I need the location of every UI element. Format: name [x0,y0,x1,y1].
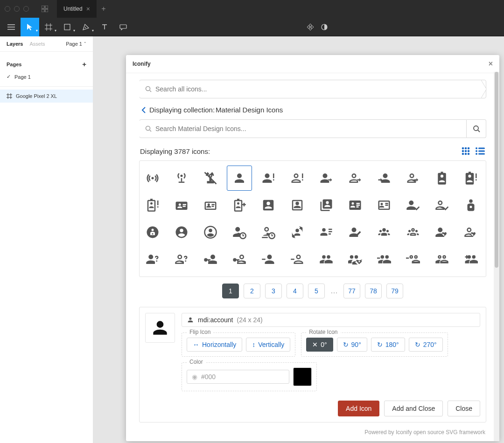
page-button-79[interactable]: 79 [386,284,403,298]
search-collection-input[interactable] [155,125,461,132]
account-multiple-minus-outline-icon[interactable] [400,247,426,272]
add-icon-button[interactable]: Add Icon [338,401,379,416]
account-question-icon[interactable] [140,247,165,272]
account-check-outline-icon[interactable] [429,193,455,218]
account-key-icon[interactable] [198,247,223,272]
account-check-icon[interactable] [400,193,426,218]
access-point-network-off-icon[interactable] [198,166,223,191]
account-heart-outline-icon[interactable] [458,220,483,245]
flip-horizontal-button[interactable]: ↔ Horizontally [187,338,242,352]
account-card-details-outline-icon[interactable] [371,193,397,218]
account-badge-plus-icon[interactable] [227,193,252,218]
account-arrow-left-outline-icon[interactable] [343,166,368,191]
minimize-window-icon[interactable] [14,6,20,12]
frame-tool-button[interactable]: ▾ [39,18,58,36]
layer-row-frame[interactable]: Google Pixel 2 XL [0,90,93,103]
color-swatch[interactable] [293,367,312,386]
tab-assets[interactable]: Assets [29,41,45,47]
page-row[interactable]: ✓ Page 1 [0,71,93,83]
grid-view-icon[interactable] [461,146,470,156]
account-multiple-minus-icon[interactable] [371,247,397,272]
page-button-1[interactable]: 1 [222,284,239,298]
canvas-area[interactable]: Iconify × Displaying collection: Materia… [93,36,504,443]
account-group-icon[interactable] [371,220,397,245]
page-button-4[interactable]: 4 [287,284,303,298]
account-box-multiple-icon[interactable] [314,193,339,218]
account-key-outline-icon[interactable] [227,247,252,272]
account-details-icon[interactable] [314,220,339,245]
color-input[interactable]: ◉ #000 [187,370,289,384]
account-minus-icon[interactable] [256,247,281,272]
search-button[interactable] [467,119,486,138]
account-question-outline-icon[interactable] [169,247,194,272]
search-collection[interactable] [139,119,467,138]
account-circle-outline-icon[interactable] [198,220,223,245]
page-button-77[interactable]: 77 [343,284,360,298]
account-card-details-icon[interactable] [343,193,368,218]
page-selector[interactable]: Page 1 ˄ [66,41,86,47]
menu-button[interactable] [2,18,21,36]
account-arrow-right-icon[interactable] [371,166,397,191]
modal-scrollbar[interactable] [494,72,499,441]
account-box-icon[interactable] [256,193,281,218]
account-heart-icon[interactable] [429,220,455,245]
access-point-network-icon[interactable] [169,166,194,191]
page-button-3[interactable]: 3 [265,284,282,298]
account-alert-outline-icon[interactable] [285,166,310,191]
search-all-icons[interactable] [139,80,486,98]
text-tool-button[interactable] [95,18,114,36]
add-and-close-button[interactable]: Add and Close [384,401,443,416]
account-multiple-check-icon[interactable] [343,247,368,272]
account-multiple-plus-icon[interactable] [458,247,483,272]
account-badge-alert-icon[interactable] [458,166,483,191]
tab-layers[interactable]: Layers [7,41,23,47]
account-badge-horizontal-icon[interactable] [169,193,194,218]
account-badge-horizontal-outline-icon[interactable] [198,193,223,218]
search-all-input[interactable] [155,85,480,93]
pen-tool-button[interactable]: ▾ [77,18,95,36]
account-arrow-right-outline-icon[interactable] [400,166,426,191]
account-minus-outline-icon[interactable] [285,247,310,272]
plugin-icon[interactable] [307,23,314,31]
add-page-icon[interactable]: + [82,60,86,68]
close-window-icon[interactable] [5,6,10,12]
flip-vertical-button[interactable]: ↕ Vertically [246,338,290,352]
new-tab-button[interactable]: + [97,5,111,13]
page-button-78[interactable]: 78 [365,284,382,298]
rotate-0-button[interactable]: ✕ 0° [306,338,333,352]
rotate-90-button[interactable]: ↻ 90° [337,338,367,352]
close-tab-icon[interactable]: × [86,5,90,13]
app-grid-icon[interactable] [38,2,51,15]
maximize-window-icon[interactable] [23,6,29,12]
back-icon[interactable] [141,107,147,113]
account-multiple-icon[interactable] [314,247,339,272]
shape-tool-button[interactable]: ▾ [58,18,77,36]
page-button-2[interactable]: 2 [244,284,260,298]
account-edit-icon[interactable] [343,220,368,245]
rotate-180-button[interactable]: ↻ 180° [371,338,405,352]
account-box-outline-icon[interactable] [285,193,310,218]
account-multiple-outline-icon[interactable] [429,247,455,272]
list-view-icon[interactable] [475,146,485,156]
account-child-circle-icon[interactable] [140,220,165,245]
account-alert-icon[interactable] [256,166,281,191]
account-convert-icon[interactable] [285,220,310,245]
account-clock-icon[interactable] [227,220,252,245]
account-badge-outline-icon[interactable] [140,193,165,218]
account-icon[interactable] [227,166,252,191]
page-button-5[interactable]: 5 [308,284,325,298]
scrollbar-thumb[interactable] [495,72,498,268]
account-arrow-left-icon[interactable] [314,166,339,191]
document-tab[interactable]: Untitled × [57,0,97,18]
comment-tool-button[interactable] [114,18,133,36]
close-button[interactable]: Close [448,401,480,416]
theme-toggle-icon[interactable] [321,23,328,31]
move-tool-button[interactable]: ▾ [21,18,39,36]
close-icon[interactable]: × [489,60,493,68]
account-circle-icon[interactable] [169,220,194,245]
rotate-270-button[interactable]: ↻ 270° [409,338,443,352]
account-group-outline-icon[interactable] [400,220,426,245]
account-badge-icon[interactable] [429,166,455,191]
account-child-icon[interactable] [458,193,483,218]
account-clock-outline-icon[interactable] [256,220,281,245]
